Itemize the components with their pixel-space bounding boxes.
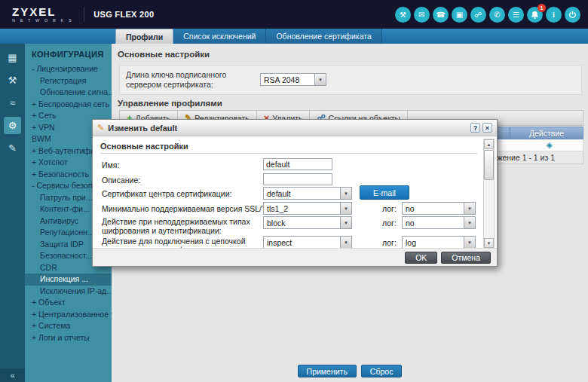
header-icon-group: ⚒ ✉ ☎ ▣ ☍ ✆ ☰ 1 i	[395, 7, 580, 23]
dialog-body: Основные настройки Имя: Описание: Сертиф…	[93, 136, 497, 248]
tab-exception-list[interactable]: Список исключений	[173, 29, 266, 44]
close-icon[interactable]: ×	[482, 123, 492, 133]
cipher-action-select[interactable]: block ▼	[263, 216, 352, 229]
cancel-button[interactable]: Отмена	[441, 252, 491, 264]
description-label: Описание:	[102, 176, 262, 185]
chevron-down-icon: ▼	[464, 203, 475, 214]
menu-item-signature-update[interactable]: Обновление сигна...	[25, 87, 112, 99]
dialog-footer: OK Отмена	[93, 248, 497, 266]
sidebar-rail: ▦ ⚒ ≈ ⚙ ✎ «	[0, 44, 25, 382]
edit-default-dialog: ✎ Изменить default ? × Основные настройк…	[92, 119, 498, 267]
reset-button[interactable]: Сброс	[361, 365, 403, 377]
zyxel-usg-flex-ui: ZYXEL N E T W O R K S USG FLEX 200 ⚒ ✉ ☎…	[0, 0, 588, 382]
phone-icon[interactable]: ☎	[433, 7, 449, 23]
wrench-icon[interactable]: ⚒	[395, 7, 411, 23]
forum-icon[interactable]: ☰	[508, 7, 524, 23]
zyxel-logo: ZYXEL N E T W O R K S	[12, 6, 73, 23]
sidebar-title: КОНФИГУРАЦИЯ	[25, 44, 112, 63]
menu-item-ssl-inspection[interactable]: Инспекция ...	[25, 274, 112, 286]
dialog-titlebar[interactable]: ✎ Изменить default ? ×	[93, 120, 497, 136]
ca-certificate-label: Сертификат центра сертификации:	[102, 189, 262, 198]
chevron-down-icon: ▼	[340, 217, 351, 228]
product-name: USG FLEX 200	[93, 10, 154, 19]
maintenance-icon[interactable]: ✎	[4, 139, 21, 157]
power-icon[interactable]	[565, 7, 580, 23]
tools-icon[interactable]: ⚒	[4, 72, 21, 89]
menu-item-wireless[interactable]: + Беспроводная сеть	[25, 99, 112, 111]
cipher-log-label: лог:	[382, 219, 397, 228]
chevron-down-icon: ▼	[340, 188, 351, 199]
dialog-title: Изменить default	[108, 124, 177, 133]
network-icon[interactable]: ☍	[470, 7, 486, 23]
brand-subtext: N E T W O R K S	[12, 19, 73, 23]
dashboard-icon[interactable]: ▦	[4, 49, 21, 66]
notification-bell-icon[interactable]: 1	[527, 7, 543, 23]
menu-item-logs-reports[interactable]: + Логи и отчеты	[25, 332, 112, 344]
name-label: Имя:	[102, 160, 262, 170]
header-divider	[84, 7, 84, 22]
ssl-log-select[interactable]: no ▼	[402, 202, 476, 215]
notification-badge: 1	[537, 4, 546, 12]
chevron-down-icon: ▼	[464, 217, 475, 228]
cipher-log-select[interactable]: no ▼	[402, 216, 476, 229]
ssl-version-label: Минимально поддерживаемая версия SSL/TLS…	[102, 204, 278, 213]
top-header: ZYXEL N E T W O R K S USG FLEX 200 ⚒ ✉ ☎…	[0, 0, 588, 29]
chain-log-select[interactable]: log ▼	[402, 236, 476, 249]
chain-log-label: лог:	[382, 238, 397, 247]
mail-icon[interactable]: ✉	[414, 7, 430, 23]
ca-certificate-select[interactable]: default ▼	[263, 187, 352, 200]
scroll-up-icon[interactable]: ▲	[484, 139, 494, 149]
ok-button[interactable]: OK	[405, 252, 437, 264]
chevron-down-icon: ▼	[314, 74, 326, 85]
menu-item-system[interactable]: + Система	[25, 320, 112, 332]
brand-text: ZYXEL	[12, 6, 73, 17]
chevron-down-icon: ▼	[464, 237, 475, 248]
scroll-down-icon[interactable]: ▼	[484, 238, 494, 248]
sidebar-collapse-button[interactable]: «	[0, 368, 25, 382]
untrusted-chain-select[interactable]: inspect ▼	[263, 236, 352, 249]
bottom-action-bar: Применить Сброс	[112, 365, 588, 377]
monitor-icon[interactable]: ▣	[452, 7, 467, 23]
ssl-version-select[interactable]: tls1_2 ▼	[263, 202, 352, 215]
key-length-label: Длина ключа подписанного сервером сертиф…	[126, 70, 260, 90]
chevron-down-icon: ▼	[340, 237, 351, 248]
section-general-settings: Основные настройки	[118, 50, 210, 59]
monitor-activity-icon[interactable]: ≈	[4, 94, 21, 112]
menu-item-ip-exceptions[interactable]: Исключения IP-ад...	[25, 286, 112, 298]
apply-button[interactable]: Применить	[298, 365, 357, 377]
cipher-action-label: Действие при неподдерживаемых типах шифр…	[102, 217, 262, 235]
key-length-select[interactable]: RSA 2048 ▼	[260, 73, 326, 86]
dialog-section-title: Основные настройки	[100, 142, 188, 151]
action-column-header: Действие	[510, 127, 583, 139]
help-icon[interactable]: ?	[470, 123, 480, 133]
dialog-scrollbar[interactable]: ▲ ▼	[483, 139, 495, 249]
key-length-row: Длина ключа подписанного сервером сертиф…	[119, 65, 582, 95]
dialog-edit-icon: ✎	[97, 123, 104, 133]
menu-item-registration[interactable]: Регистрация	[25, 75, 112, 87]
tab-profiles[interactable]: Профили	[115, 29, 173, 44]
email-button[interactable]: E-mail	[360, 185, 409, 200]
ssl-log-label: лог:	[382, 204, 397, 213]
menu-item-licensing[interactable]: - Лицензирование	[25, 63, 112, 75]
row-action-icon[interactable]: ◈	[547, 140, 553, 150]
menu-item-centralized-mgmt[interactable]: + Централизованное у...	[25, 309, 112, 321]
name-input[interactable]	[263, 158, 332, 170]
menu-item-object[interactable]: + Объект	[25, 297, 112, 309]
scrollbar-thumb[interactable]	[484, 150, 494, 180]
section-divider	[100, 153, 477, 154]
tab-certificate-update[interactable]: Обновление сертификата	[266, 29, 381, 44]
tab-bar: Профили Список исключений Обновление сер…	[0, 29, 588, 44]
section-profile-management: Управление профилями	[118, 99, 222, 108]
chevron-down-icon: ▼	[340, 203, 351, 214]
configuration-gear-icon[interactable]: ⚙	[4, 117, 21, 134]
description-input[interactable]	[263, 173, 332, 185]
support-icon[interactable]: ✆	[489, 7, 505, 23]
info-icon[interactable]: i	[546, 7, 562, 23]
